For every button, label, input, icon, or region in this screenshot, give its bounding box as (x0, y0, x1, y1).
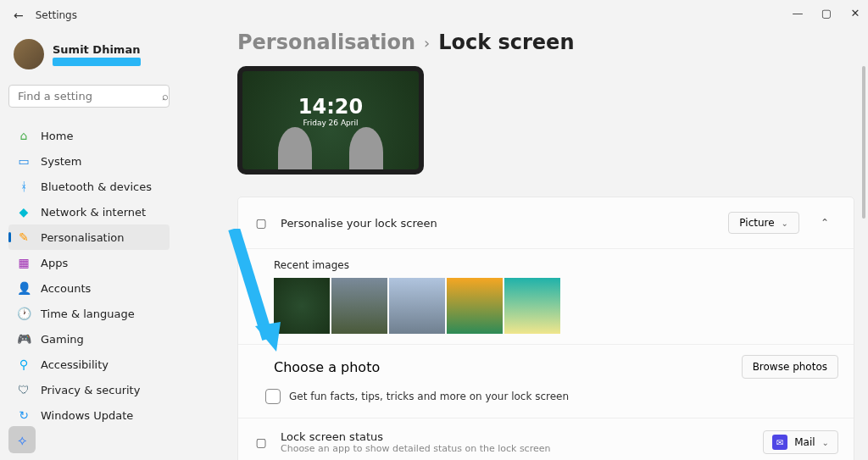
search-icon: ⌕ (162, 90, 169, 103)
sidebar-item-accounts[interactable]: 👤Accounts (8, 275, 170, 301)
profile[interactable]: Sumit Dhiman (8, 36, 170, 73)
page-title: Lock screen (438, 30, 574, 54)
app-title: Settings (36, 9, 77, 21)
sidebar-item-system[interactable]: ▭System (8, 148, 170, 174)
person-icon: 👤 (17, 281, 31, 295)
sidebar-item-update[interactable]: ↻Windows Update (8, 402, 170, 428)
recent-thumb[interactable] (504, 278, 560, 334)
sidebar-item-label: Home (41, 130, 73, 142)
sidebar-item-personalisation[interactable]: ✎Personalisation (8, 224, 170, 250)
brush-icon: ✎ (17, 230, 31, 244)
collapse-button[interactable]: ⌃ (811, 209, 838, 236)
choose-photo-row: Choose a photo Browse photos (238, 345, 854, 385)
close-button[interactable]: ✕ (849, 7, 861, 19)
gamepad-icon: 🎮 (17, 332, 31, 346)
breadcrumb: Personalisation › Lock screen (237, 30, 854, 54)
recent-thumb[interactable] (447, 278, 503, 334)
avatar (14, 39, 44, 69)
sidebar-item-apps[interactable]: ▦Apps (8, 250, 170, 275)
maximize-button[interactable]: ▢ (821, 7, 832, 19)
personalise-dropdown[interactable]: Picture ⌄ (728, 212, 799, 234)
recent-images-section: Recent images (238, 249, 854, 345)
titlebar: ← Settings (14, 8, 77, 22)
fun-facts-row: Get fun facts, tips, tricks and more on … (238, 385, 854, 418)
update-icon: ↻ (17, 408, 31, 422)
status-text: Lock screen status Choose an app to show… (281, 430, 751, 454)
sidebar-item-label: Apps (41, 257, 68, 269)
profile-email-redacted (53, 58, 141, 66)
sidebar-item-bluetooth[interactable]: ᚼBluetooth & devices (8, 174, 170, 199)
status-sublabel: Choose an app to show detailed status on… (281, 443, 751, 454)
sidebar-item-label: Privacy & security (41, 384, 140, 396)
dropdown-value: Picture (739, 217, 774, 229)
window-controls: — ▢ ✕ (792, 7, 861, 19)
system-icon: ▭ (17, 154, 31, 168)
sidebar-item-privacy[interactable]: 🛡Privacy & security (8, 377, 170, 402)
choose-photo-label: Choose a photo (274, 359, 380, 375)
sidebar-item-label: Accessibility (41, 358, 108, 371)
search-input[interactable] (18, 90, 162, 103)
lockscreen-preview: 14:20 Friday 26 April (237, 66, 424, 175)
status-app-value: Mail (794, 436, 815, 448)
sidebar-item-network[interactable]: ◆Network & internet (8, 199, 170, 224)
status-app-dropdown[interactable]: ✉ Mail ⌄ (763, 430, 838, 454)
fun-facts-label: Get fun facts, tips, tricks and more on … (289, 391, 569, 402)
recent-thumbs (274, 278, 838, 334)
sidebar-item-label: Bluetooth & devices (41, 180, 152, 193)
chevron-down-icon: ⌄ (822, 438, 829, 447)
status-label: Lock screen status (281, 430, 751, 443)
sidebar-item-label: Time & language (41, 308, 135, 320)
wifi-icon: ◆ (17, 205, 31, 219)
apps-icon: ▦ (17, 256, 31, 269)
personalise-card: ▢ Personalise your lock screen Picture ⌄… (237, 197, 854, 460)
preview-date: Friday 26 April (303, 119, 358, 127)
home-icon: ⌂ (17, 129, 31, 142)
breadcrumb-parent[interactable]: Personalisation (237, 30, 415, 54)
recent-thumb[interactable] (389, 278, 445, 334)
sidebar-item-time[interactable]: 🕐Time & language (8, 301, 170, 326)
preview-time: 14:20 (298, 95, 363, 119)
lockscreen-icon: ▢ (253, 215, 269, 230)
personalise-row: ▢ Personalise your lock screen Picture ⌄… (238, 197, 854, 249)
accessibility-icon: ⚲ (17, 357, 31, 371)
sidebar: Sumit Dhiman ⌕ ⌂Home ▭System ᚼBluetooth … (0, 30, 178, 433)
shield-icon: 🛡 (17, 383, 31, 396)
scrollbar[interactable] (862, 66, 865, 219)
recent-images-label: Recent images (274, 259, 838, 271)
sidebar-item-label: System (41, 155, 81, 168)
minimize-button[interactable]: — (792, 7, 804, 19)
sidebar-item-label: Personalisation (41, 231, 125, 244)
mail-icon: ✉ (772, 435, 787, 450)
content: Personalisation › Lock screen 14:20 Frid… (237, 30, 868, 460)
sidebar-item-label: Gaming (41, 333, 84, 346)
lockscreen-status-row: ▢ Lock screen status Choose an app to sh… (238, 418, 854, 460)
status-icon: ▢ (253, 435, 269, 450)
browse-photos-button[interactable]: Browse photos (742, 355, 838, 379)
personalise-label: Personalise your lock screen (281, 217, 716, 230)
sidebar-item-home[interactable]: ⌂Home (8, 123, 170, 148)
search-box[interactable]: ⌕ (8, 85, 170, 108)
sidebar-item-gaming[interactable]: 🎮Gaming (8, 326, 170, 352)
clock-icon: 🕐 (17, 307, 31, 320)
chevron-right-icon: › (424, 34, 430, 52)
chevron-up-icon: ⌃ (821, 217, 829, 229)
sidebar-item-label: Accounts (41, 282, 91, 295)
chevron-down-icon: ⌄ (782, 219, 788, 228)
recent-thumb[interactable] (274, 278, 330, 334)
taskbar-app-icon[interactable]: ⟡ (8, 426, 36, 453)
recent-thumb[interactable] (331, 278, 387, 334)
bluetooth-icon: ᚼ (17, 180, 31, 193)
sidebar-item-accessibility[interactable]: ⚲Accessibility (8, 352, 170, 377)
back-button[interactable]: ← (14, 8, 24, 22)
sidebar-item-label: Network & internet (41, 206, 146, 219)
profile-info: Sumit Dhiman (53, 43, 141, 66)
sidebar-item-label: Windows Update (41, 409, 133, 422)
profile-name: Sumit Dhiman (53, 43, 141, 56)
fun-facts-checkbox[interactable] (265, 389, 281, 404)
